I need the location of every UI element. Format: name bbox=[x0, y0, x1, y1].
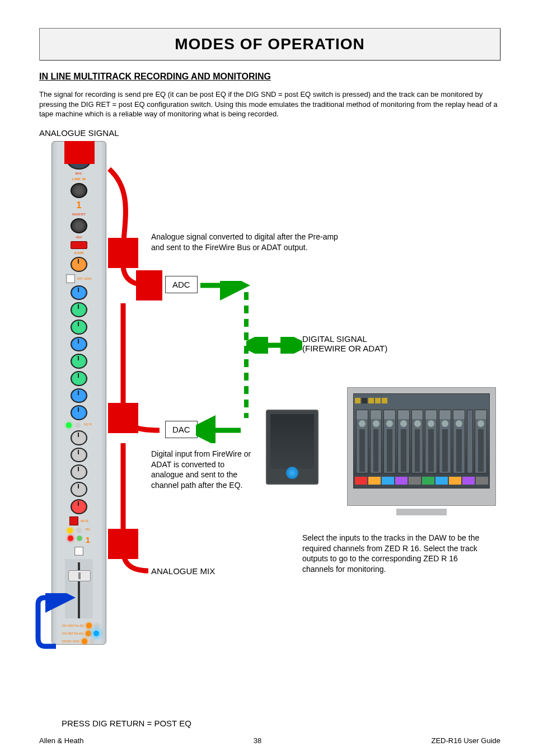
analogue-mix-label: ANALOGUE MIX bbox=[151, 566, 215, 576]
diagram: MIC LINE IN 1 INSERT 48V GAIN HPF 100Hz bbox=[39, 141, 500, 656]
footer-right: ZED-R16 User Guide bbox=[431, 736, 500, 745]
press-dig-return-label: PRESS DIG RETURN = POST EQ bbox=[62, 719, 191, 728]
title-bar: MODES OF OPERATION bbox=[39, 28, 500, 60]
red-flow-arrows bbox=[39, 141, 162, 645]
blue-hook-arrow bbox=[34, 593, 78, 649]
analogue-signal-label: ANALOGUE SIGNAL bbox=[39, 128, 500, 138]
page-title: MODES OF OPERATION bbox=[40, 35, 500, 53]
adc-box: ADC bbox=[165, 276, 198, 293]
computer-tower-icon bbox=[266, 410, 318, 485]
daw-monitor-icon bbox=[347, 387, 496, 506]
footer-left: Allen & Heath bbox=[39, 736, 84, 745]
digital-signal-line1: DIGITAL SIGNAL bbox=[302, 334, 367, 344]
dac-box: DAC bbox=[165, 421, 198, 438]
daw-callout: Select the inputs to the tracks in the D… bbox=[302, 533, 487, 575]
digital-signal-line2: (FIREWIRE OR ADAT) bbox=[302, 344, 387, 353]
digital-signal-label: DIGITAL SIGNAL (FIREWIRE OR ADAT) bbox=[302, 334, 387, 353]
section-heading: IN LINE MULTITRACK RECORDING AND MONITOR… bbox=[39, 72, 500, 82]
intro-paragraph: The signal for recording is send pre EQ … bbox=[39, 90, 500, 119]
adc-callout: Analogue signal converted to digital aft… bbox=[151, 232, 353, 253]
page-footer: Allen & Heath 38 ZED-R16 User Guide bbox=[39, 736, 500, 745]
dac-callout: Digital input from FireWire or ADAT is c… bbox=[151, 449, 257, 491]
green-double-arrow bbox=[246, 337, 302, 354]
footer-page-number: 38 bbox=[254, 736, 261, 745]
